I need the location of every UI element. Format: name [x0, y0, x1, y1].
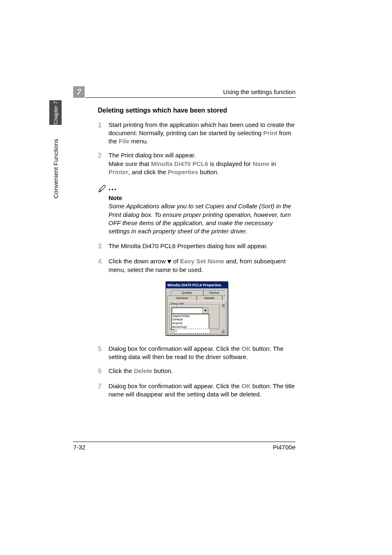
step-body: Click the Delete button.: [108, 367, 295, 376]
easy-set-dropdown-list[interactable]: WaterFINAL Default 4upHA BookDupl: [171, 314, 209, 330]
step-number: 4: [98, 257, 108, 274]
text: is displayed for: [208, 160, 253, 167]
page-content: Deleting settings which have been stored…: [98, 106, 295, 404]
ui-ref-print: Print: [263, 129, 277, 136]
step-body: Dialog box for confirmation will appear.…: [108, 382, 295, 399]
step-number: 5: [98, 345, 108, 362]
header-rule: [85, 97, 295, 98]
ui-ref-name: Name: [253, 160, 270, 167]
down-arrow-icon: [167, 260, 171, 264]
chevron-down-icon[interactable]: [203, 308, 208, 313]
cut-label-o: O: [222, 329, 224, 334]
step-number: 7: [98, 382, 108, 399]
tab-device[interactable]: Device: [203, 290, 225, 296]
text: button.: [152, 367, 173, 374]
product-name: Pi4700e: [273, 444, 295, 451]
text: , and click the: [128, 168, 168, 175]
page-footer: 7-32 Pi4700e: [73, 442, 295, 451]
pencil-icon: [98, 184, 107, 193]
page-number: 7-32: [73, 444, 85, 451]
tab-quality[interactable]: Quality: [171, 290, 203, 296]
ui-ref-easy-set-name: Easy Set Name: [180, 258, 224, 265]
step-body: Click the down arrow of Easy Set Name an…: [108, 257, 295, 274]
step-2: 2 The Print dialog box will appear. Make…: [98, 151, 295, 176]
step-5: 5 Dialog box for confirmation will appea…: [98, 345, 295, 362]
step-3: 3 The Minolta Di470 PCL6 Properties dial…: [98, 242, 295, 251]
ui-ref-ok: OK: [241, 345, 251, 352]
text: in: [270, 160, 276, 167]
ui-ref-driver: Minolta Di470 PCL6: [151, 160, 208, 167]
ui-ref-file: File: [119, 138, 129, 145]
dialog-title: Minolta Di470 PCL6 Properties: [166, 282, 228, 288]
text: Dialog box for confirmation will appear.…: [108, 382, 241, 389]
note-label: Note: [108, 194, 295, 202]
step-body: Start printing from the application whic…: [108, 121, 295, 146]
easy-set-group: WaterFINAL Default 4upHA BookDupl: [169, 304, 219, 329]
ui-ref-delete: Delete: [134, 367, 152, 374]
ui-ref-ok: OK: [241, 382, 251, 389]
step-number: 6: [98, 367, 108, 376]
step-number: 3: [98, 242, 108, 251]
note-block: ... Note Some Applications allow you to …: [108, 182, 295, 235]
step-body: The Minolta Di470 PCL6 Properties dialog…: [108, 242, 295, 251]
tab-details[interactable]: Details: [197, 295, 222, 301]
text: The Print dialog box will appear.: [108, 152, 196, 159]
text: menu.: [129, 138, 148, 145]
step-6: 6 Click the Delete button.: [98, 367, 295, 376]
step-body: Dialog box for confirmation will appear.…: [108, 345, 295, 362]
chapter-tab: Chapter 7: [49, 100, 62, 125]
step-7: 7 Dialog box for confirmation will appea…: [98, 382, 295, 399]
copies-field[interactable]: 1: [174, 329, 210, 334]
running-header: Using the settings function: [73, 88, 295, 95]
text: Click the down arrow: [108, 258, 167, 265]
step-body: The Print dialog box will appear. Make s…: [108, 151, 295, 176]
tab-panel: Easy Set N WaterFINAL Default 4upHA Book…: [167, 301, 226, 334]
ui-ref-properties: Properties: [168, 168, 198, 175]
text: button.: [198, 168, 219, 175]
step-number: 1: [98, 121, 108, 146]
properties-dialog: Minolta Di470 PCL6 Properties Quality De…: [166, 281, 228, 336]
section-side-label: Convenient Functions: [49, 131, 62, 205]
text: of: [171, 258, 180, 265]
step-4: 4 Click the down arrow of Easy Set Name …: [98, 257, 295, 274]
section-title: Deleting settings which have been stored: [98, 106, 295, 115]
note-text: Some Applications allow you to set Copie…: [108, 202, 295, 235]
easy-set-combo[interactable]: [171, 307, 208, 314]
tab-general[interactable]: General: [167, 295, 197, 301]
figure: Minolta Di470 PCL6 Properties Quality De…: [98, 281, 295, 336]
ui-ref-printer: Printer: [108, 168, 128, 175]
text: Make sure that: [108, 160, 151, 167]
cut-label-n: N: [222, 303, 225, 308]
text: Dialog box for confirmation will appear.…: [108, 345, 241, 352]
step-1: 1 Start printing from the application wh…: [98, 121, 295, 146]
note-dots: ...: [108, 182, 117, 193]
step-number: 2: [98, 151, 108, 176]
text: Click the: [108, 367, 134, 374]
tab-cut[interactable]: [222, 295, 226, 301]
